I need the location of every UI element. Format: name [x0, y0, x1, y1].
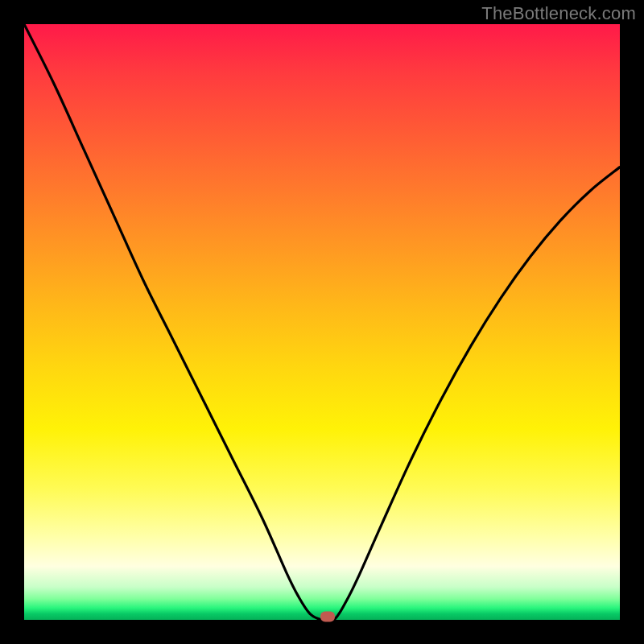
plot-area — [24, 24, 620, 620]
optimal-point-marker — [320, 612, 335, 622]
bottleneck-curve — [24, 24, 620, 620]
chart-frame: TheBottleneck.com — [0, 0, 644, 644]
watermark-text: TheBottleneck.com — [481, 3, 636, 24]
